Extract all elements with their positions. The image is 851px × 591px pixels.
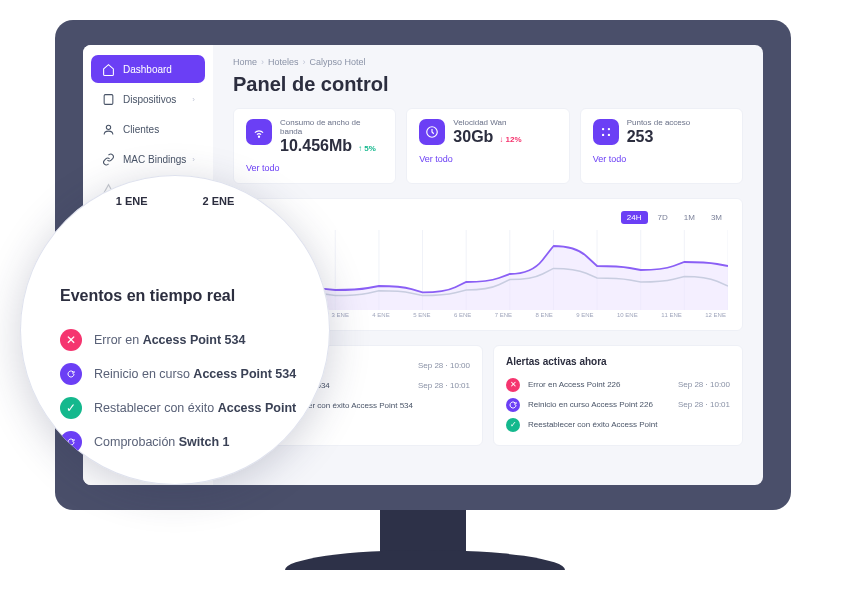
stat-card-bandwidth: Consumo de ancho de banda 10.456Mb↑ 5% V… <box>233 108 396 184</box>
svg-rect-0 <box>104 94 113 104</box>
stat-change: ↑ 5% <box>358 144 376 153</box>
alert-time: Sep 28 · 10:00 <box>418 361 470 370</box>
device-icon <box>101 92 115 106</box>
xaxis-tick: 5 ENE <box>413 312 430 318</box>
xaxis-tick: 8 ENE <box>535 312 552 318</box>
magnified-overlay: 1 ENE 2 ENE Eventos en tiempo real ✕Erro… <box>20 175 330 485</box>
magnified-event-item[interactable]: Reinicio en curso Access Point 534 <box>60 357 310 391</box>
stat-change: ↓ 12% <box>499 135 521 144</box>
stat-value: 30Gb <box>453 128 493 146</box>
alert-time: Sep 28 · 10:01 <box>678 400 730 409</box>
sidebar-item-dashboard[interactable]: Dashboard <box>91 55 205 83</box>
svg-point-1 <box>106 125 110 129</box>
chevron-right-icon: › <box>192 155 195 164</box>
crumb[interactable]: Hoteles <box>268 57 299 67</box>
stat-value: 10.456Mb <box>280 137 352 155</box>
magnified-title: Eventos en tiempo real <box>60 287 310 305</box>
sidebar-item-clientes[interactable]: Clientes <box>91 115 205 143</box>
stat-label: Velocidad Wan <box>453 119 556 128</box>
date-label: 2 ENE <box>203 195 235 207</box>
stat-card-aps: Puntos de acceso 253 Ver todo <box>580 108 743 184</box>
xaxis-tick: 9 ENE <box>576 312 593 318</box>
date-label: 1 ENE <box>116 195 148 207</box>
stats-row: Consumo de ancho de banda 10.456Mb↑ 5% V… <box>233 108 743 184</box>
chart-tab-1m[interactable]: 1M <box>678 211 701 224</box>
alert-time: Sep 28 · 10:01 <box>418 381 470 390</box>
home-icon <box>101 62 115 76</box>
err-icon: ✕ <box>506 378 520 392</box>
view-all-link[interactable]: Ver todo <box>419 154 556 164</box>
xaxis-tick: 12 ENE <box>705 312 726 318</box>
sidebar-item-mac-bindings[interactable]: MAC Bindings › <box>91 145 205 173</box>
alert-item[interactable]: ✕Error en Access Point 226Sep 28 · 10:00 <box>506 375 730 395</box>
alert-text: Error en Access Point 226 <box>528 380 670 389</box>
svg-point-6 <box>602 134 604 136</box>
alert-text: Reestablecer con éxito Access Point <box>528 420 722 429</box>
xaxis-tick: 10 ENE <box>617 312 638 318</box>
crumb[interactable]: Calypso Hotel <box>310 57 366 67</box>
sidebar-item-dispositivos[interactable]: Dispositivos › <box>91 85 205 113</box>
grid-icon <box>593 119 619 145</box>
breadcrumb: Home›Hoteles›Calypso Hotel <box>233 57 743 67</box>
event-text: Comprobación Switch 1 <box>94 435 229 449</box>
wifi-icon <box>246 119 272 145</box>
alert-card-right: Alertas activas ahora✕Error en Access Po… <box>493 345 743 446</box>
ok-icon: ✓ <box>60 397 82 419</box>
alert-item[interactable]: Reinicio en curso Access Point 226Sep 28… <box>506 395 730 415</box>
speed-icon <box>419 119 445 145</box>
chart-tab-24h[interactable]: 24H <box>621 211 648 224</box>
chevron-right-icon: › <box>192 95 195 104</box>
alert-text: Reinicio en curso Access Point 226 <box>528 400 670 409</box>
sidebar-item-label: Dispositivos <box>123 94 192 105</box>
chart-tab-7d[interactable]: 7D <box>652 211 674 224</box>
alert-time: Sep 28 · 10:00 <box>678 380 730 389</box>
stat-label: Puntos de acceso <box>627 119 730 128</box>
magnified-event-item[interactable]: ✕Error en Access Point 534 <box>60 323 310 357</box>
stat-value: 253 <box>627 128 654 146</box>
magnified-event-item[interactable]: ✓Restablecer con éxito Access Point <box>60 391 310 425</box>
alert-item[interactable]: ✓Reestablecer con éxito Access Point <box>506 415 730 435</box>
link-icon <box>101 152 115 166</box>
svg-point-4 <box>602 128 604 130</box>
page-title: Panel de control <box>233 73 743 96</box>
chart-tab-3m[interactable]: 3M <box>705 211 728 224</box>
event-text: Error en Access Point 534 <box>94 333 245 347</box>
xaxis-tick: 11 ENE <box>661 312 682 318</box>
alert-title: Alertas activas ahora <box>506 356 730 367</box>
err-icon: ✕ <box>60 329 82 351</box>
xaxis-tick: 6 ENE <box>454 312 471 318</box>
view-all-link[interactable]: Ver todo <box>593 154 730 164</box>
sidebar-item-label: Clientes <box>123 124 195 135</box>
svg-point-7 <box>607 134 609 136</box>
event-text: Reinicio en curso Access Point 534 <box>94 367 296 381</box>
stat-label: Consumo de ancho de banda <box>280 119 383 137</box>
sidebar-item-label: MAC Bindings <box>123 154 192 165</box>
stat-card-wan: Velocidad Wan 30Gb↓ 12% Ver todo <box>406 108 569 184</box>
crumb[interactable]: Home <box>233 57 257 67</box>
user-icon <box>101 122 115 136</box>
chart-range-tabs: 24H 7D 1M 3M <box>248 211 728 224</box>
sidebar-item-label: Dashboard <box>123 64 195 75</box>
xaxis-tick: 3 ENE <box>332 312 349 318</box>
svg-point-5 <box>607 128 609 130</box>
xaxis-tick: 7 ENE <box>495 312 512 318</box>
view-all-link[interactable]: Ver todo <box>246 163 383 173</box>
sync-icon <box>60 363 82 385</box>
ok-icon: ✓ <box>506 418 520 432</box>
sync-icon <box>506 398 520 412</box>
svg-point-2 <box>258 136 259 137</box>
xaxis-tick: 4 ENE <box>372 312 389 318</box>
event-text: Restablecer con éxito Access Point <box>94 401 296 415</box>
